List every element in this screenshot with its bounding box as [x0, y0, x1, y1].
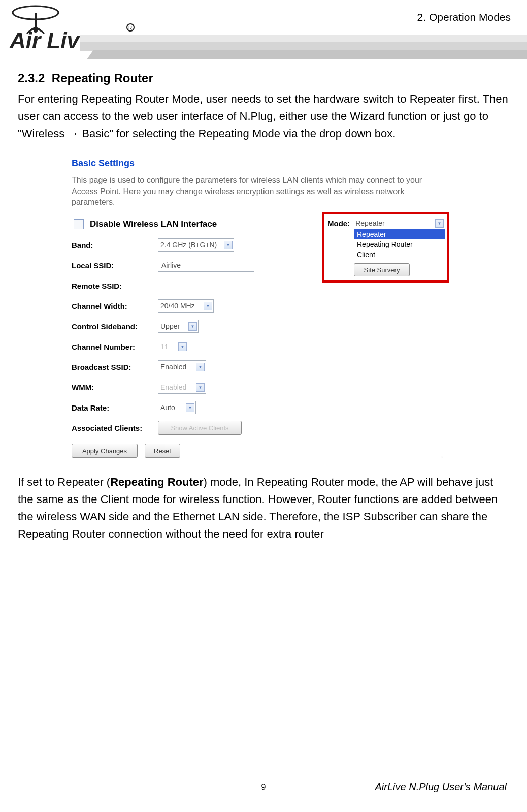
- page-number: 9: [261, 783, 266, 792]
- broadcast-ssid-select[interactable]: Enabled ▼: [158, 360, 206, 373]
- remote-ssid-input[interactable]: [158, 279, 254, 292]
- data-rate-select[interactable]: Auto ▼: [158, 401, 196, 414]
- chevron-down-icon: ▼: [178, 342, 187, 351]
- band-value: 2.4 GHz (B+G+N): [160, 241, 217, 249]
- svg-text:Air Live: Air Live: [9, 28, 91, 53]
- mode-option-client[interactable]: Client: [354, 249, 445, 260]
- svg-text:R: R: [128, 25, 132, 31]
- mode-selected-value: Repeater: [355, 219, 385, 227]
- section-intro: For entering Repeating Router Mode, user…: [18, 90, 509, 142]
- local-ssid-label: Local SSID:: [72, 261, 158, 270]
- chevron-down-icon: ▼: [224, 241, 233, 249]
- apply-changes-button[interactable]: Apply Changes: [72, 444, 138, 458]
- mode-option-repeater[interactable]: Repeater: [354, 229, 445, 239]
- channel-width-select[interactable]: 20/40 MHz ▼: [158, 299, 214, 313]
- section-heading: 2.3.2 Repeating Router: [18, 71, 509, 85]
- chevron-down-icon: ▼: [435, 219, 444, 228]
- chevron-down-icon: ▼: [188, 322, 197, 331]
- channel-number-select: 11 ▼: [158, 340, 188, 353]
- reset-button[interactable]: Reset: [145, 444, 180, 458]
- wmm-value: Enabled: [160, 383, 186, 391]
- channel-number-value: 11: [160, 342, 169, 351]
- wmm-label: WMM:: [72, 383, 158, 392]
- disable-wlan-checkbox[interactable]: [74, 219, 84, 229]
- show-active-clients-button: Show Active Clients: [158, 421, 242, 435]
- channel-width-value: 20/40 MHz: [160, 302, 195, 310]
- page-footer: 9 AirLive N.Plug User's Manual: [0, 781, 527, 793]
- chevron-down-icon: ▼: [196, 363, 205, 371]
- mode-highlight-box: Mode: Repeater ▼ Repeater Repeating Rout…: [322, 212, 449, 283]
- local-ssid-input[interactable]: Airlive: [158, 259, 254, 272]
- mode-option-repeating-router[interactable]: Repeating Router: [354, 239, 445, 249]
- channel-width-label: Channel Width:: [72, 302, 158, 310]
- section-title: Repeating Router: [52, 71, 153, 85]
- chapter-label: 2. Operation Modes: [417, 11, 511, 23]
- chevron-down-icon: ▼: [196, 383, 205, 392]
- mode-select[interactable]: Repeater ▼: [353, 217, 444, 229]
- after-text-bold: Repeating Router: [110, 476, 203, 488]
- data-rate-value: Auto: [160, 403, 175, 412]
- mode-dropdown-list: Repeater Repeating Router Client: [354, 229, 445, 260]
- disable-wlan-label: Disable Wireless LAN Interface: [90, 219, 217, 229]
- screenshot-title: Basic Settings: [72, 158, 441, 169]
- associated-clients-label: Associated Clients:: [72, 424, 158, 432]
- screenshot-description: This page is used to configure the param…: [72, 175, 441, 208]
- band-label: Band:: [72, 241, 158, 249]
- chevron-down-icon: ▼: [204, 302, 212, 310]
- after-screenshot-text: If set to Repeater (Repeating Router) mo…: [18, 474, 509, 543]
- remote-ssid-label: Remote SSID:: [72, 282, 158, 290]
- chevron-down-icon: ▼: [186, 403, 194, 412]
- site-survey-button[interactable]: Site Survery: [354, 263, 410, 276]
- control-sideband-value: Upper: [160, 322, 180, 330]
- manual-name: AirLive N.Plug User's Manual: [375, 781, 507, 793]
- header-swoosh: [80, 32, 527, 63]
- control-sideband-label: Control Sideband:: [72, 322, 158, 331]
- local-ssid-value: Airlive: [161, 261, 181, 269]
- mode-label: Mode:: [327, 219, 350, 228]
- wmm-select: Enabled ▼: [158, 381, 206, 394]
- channel-number-label: Channel Number:: [72, 342, 158, 351]
- basic-settings-screenshot: Basic Settings This page is used to conf…: [61, 152, 452, 466]
- after-text-pre: If set to Repeater (: [18, 476, 110, 488]
- broadcast-ssid-value: Enabled: [160, 363, 186, 371]
- back-arrow-icon: ←: [440, 453, 446, 460]
- band-select[interactable]: 2.4 GHz (B+G+N) ▼: [158, 238, 234, 252]
- section-number: 2.3.2: [18, 71, 45, 85]
- control-sideband-select[interactable]: Upper ▼: [158, 320, 199, 333]
- data-rate-label: Data Rate:: [72, 403, 158, 412]
- broadcast-ssid-label: Broadcast SSID:: [72, 363, 158, 371]
